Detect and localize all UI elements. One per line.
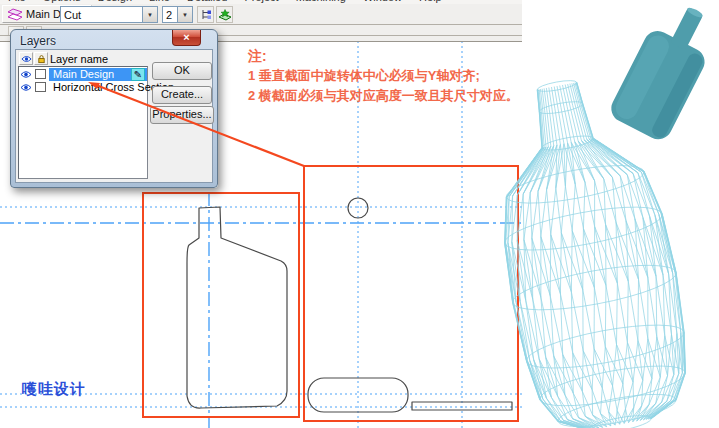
lock-icon	[37, 54, 46, 64]
bottle-profile-curve[interactable]	[187, 207, 287, 408]
layer-row-main-design[interactable]: Main Design ✎	[19, 68, 147, 81]
hierarchy-tool-button[interactable]	[197, 6, 214, 23]
menu-item-window[interactable]: Window	[363, 0, 402, 3]
green-layer-icon	[218, 9, 232, 21]
screen: { "window": { "menu_items": ["File", "Op…	[0, 0, 719, 428]
menu-item-line[interactable]: Line	[149, 0, 170, 3]
menu-item-help[interactable]: Help	[419, 0, 442, 3]
create-button[interactable]: Create...	[152, 86, 212, 104]
layer-name-column-header: Layer name	[50, 53, 108, 65]
layer-name[interactable]: Main Design	[53, 68, 114, 81]
note-line-2: 2 横截面必须与其对应高度一致且其尺寸对应。	[248, 86, 519, 106]
number-dropdown[interactable]: 2 ▼	[162, 6, 193, 23]
dialog-title: Layers	[20, 34, 56, 48]
menu-item-project[interactable]: Project	[244, 0, 278, 3]
horizontal-section-highlight-box	[304, 166, 518, 421]
2d-curves	[187, 198, 512, 412]
menu-item-options[interactable]: Options	[43, 0, 81, 3]
layer-row-horizontal-cross-section[interactable]: Horizontal Cross Section	[19, 81, 147, 94]
layer-state-tool-button[interactable]	[216, 6, 233, 23]
eye-icon[interactable]	[20, 82, 32, 93]
eye-icon[interactable]	[20, 69, 32, 80]
layers-dialog: Layers × Layer name	[10, 29, 218, 188]
layers-icon	[7, 8, 23, 21]
design-note: 注: 1 垂直截面中旋转体中心必须与Y轴对齐; 2 横截面必须与其对应高度一致且…	[248, 46, 519, 106]
properties-button[interactable]: Properties...	[150, 106, 214, 124]
menu-item-detailed[interactable]: Detailed	[187, 0, 227, 3]
pencil-icon[interactable]: ✎	[131, 68, 145, 81]
ok-button[interactable]: OK	[152, 62, 212, 80]
number-dropdown-value: 2	[163, 9, 177, 21]
close-icon: ×	[183, 31, 189, 43]
note-title: 注:	[248, 46, 519, 66]
menu-row: File Options Design Line Detailed Projec…	[0, 0, 522, 3]
menu-item-machining[interactable]: Machining	[296, 0, 346, 3]
chevron-down-icon[interactable]: ▼	[177, 7, 192, 22]
cut-dropdown-value: Cut	[61, 9, 142, 21]
watermark-text: 嚄哇设计	[22, 380, 86, 399]
close-button[interactable]: ×	[172, 30, 201, 46]
dialog-body: Layer name Main Design ✎ Hor	[15, 49, 213, 183]
eye-icon	[21, 55, 32, 63]
layer-checkbox[interactable]	[35, 82, 46, 92]
note-line-1: 1 垂直截面中旋转体中心必须与Y轴对齐;	[248, 66, 519, 86]
menu-item-design[interactable]: Design	[98, 0, 132, 3]
layer-checkbox[interactable]	[35, 69, 46, 79]
visibility-column-button[interactable]	[19, 52, 33, 65]
lock-column-button[interactable]	[34, 52, 48, 65]
solid-bottle-render[interactable]	[607, 0, 719, 144]
menu-item-file[interactable]: File	[8, 0, 26, 3]
hierarchy-icon	[200, 9, 212, 21]
chevron-down-icon[interactable]: ▼	[142, 7, 157, 22]
layer-list[interactable]: Main Design ✎ Horizontal Cross Section	[18, 66, 148, 179]
cut-dropdown[interactable]: Cut ▼	[60, 6, 158, 23]
main-toolbar: Main Design Cut ▼ 2 ▼	[0, 4, 522, 25]
